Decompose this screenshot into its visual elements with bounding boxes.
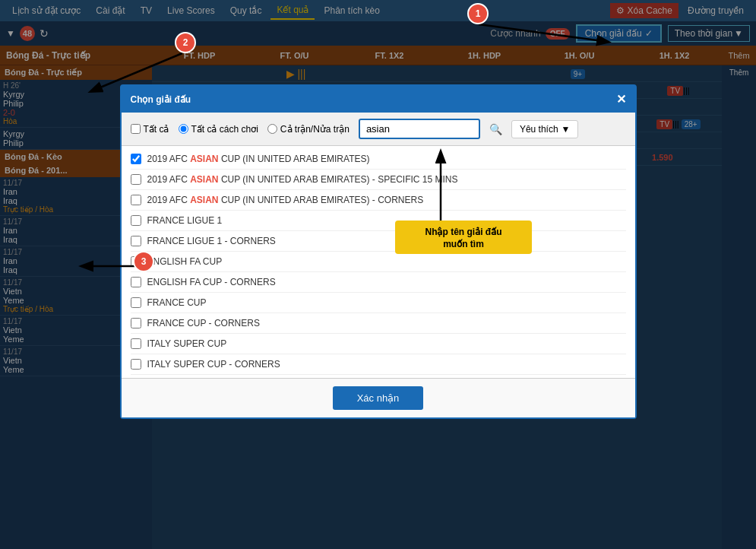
highlight: ASIAN — [190, 174, 218, 185]
item-checkbox[interactable] — [131, 174, 141, 185]
modal-dialog: Chọn giải đấu ✕ Tất cả Tất cả cách chơi … — [120, 84, 637, 419]
tat-ca-cach-choi-radio-label[interactable]: Tất cả cách chơi — [179, 124, 258, 135]
item-checkbox[interactable] — [131, 338, 141, 349]
item-text: ITALY SUPER CUP — [147, 338, 227, 349]
yeu-thich-label: Yêu thích — [520, 124, 558, 135]
modal-list: 2019 AFC ASIAN CUP (IN UNITED ARAB EMIRA… — [122, 146, 635, 378]
circle2-label: 2 — [183, 37, 188, 48]
highlight: ASIAN — [190, 154, 218, 164]
item-text: 2019 AFC ASIAN CUP (IN UNITED ARAB EMIRA… — [147, 154, 370, 164]
item-checkbox[interactable] — [131, 215, 141, 226]
modal-header: Chọn giải đấu ✕ — [122, 86, 635, 113]
tat-ca-cach-choi-label: Tất cả cách chơi — [191, 124, 258, 135]
item-text: 2019 AFC ASIAN CUP (IN UNITED ARAB EMIRA… — [147, 174, 458, 185]
list-item[interactable]: 2019 AFC ASIAN CUP (IN UNITED ARAB EMIRA… — [131, 190, 626, 211]
item-text: FRANCE CUP - CORNERS — [147, 318, 260, 328]
list-item[interactable]: ENGLISH FA CUP — [131, 252, 626, 272]
item-text: FRANCE CUP — [147, 297, 207, 308]
tat-ca-checkbox-label[interactable]: Tất cả — [131, 124, 169, 135]
modal-overlay: Chọn giải đấu ✕ Tất cả Tất cả cách chơi … — [0, 0, 756, 549]
tooltip-annotation: Nhập tên giải đấumuốn tìm — [395, 221, 532, 254]
item-text: FRANCE LIGUE 1 - CORNERS — [147, 236, 276, 246]
item-checkbox[interactable] — [131, 359, 141, 370]
list-item[interactable]: ENGLISH FA CUP - CORNERS — [131, 272, 626, 293]
modal-title: Chọn giải đấu — [131, 94, 191, 105]
annotation-circle-1: 1 — [467, 3, 489, 24]
item-checkbox[interactable] — [131, 236, 141, 246]
item-text: ITALY SUPER CUP - CORNERS — [147, 359, 280, 370]
tooltip-text: Nhập tên giải đấumuốn tìm — [425, 227, 502, 249]
modal-toolbar: Tất cả Tất cả cách chơi Cả trận/Nửa trận… — [122, 113, 635, 146]
annotation-circle-3: 3 — [133, 251, 154, 272]
yeu-thich-button[interactable]: Yêu thích ▼ — [511, 120, 579, 138]
list-item[interactable]: 2019 AFC ASIAN CUP (IN UNITED ARAB EMIRA… — [131, 149, 626, 170]
tat-ca-checkbox[interactable] — [131, 124, 141, 134]
tat-ca-cach-choi-radio[interactable] — [179, 124, 188, 134]
item-checkbox[interactable] — [131, 277, 141, 287]
search-icon: 🔍 — [489, 123, 502, 135]
item-text: ENGLISH FA CUP — [147, 256, 223, 267]
tat-ca-label: Tất cả — [144, 124, 169, 135]
item-text: 2019 AFC ASIAN CUP (IN UNITED ARAB EMIRA… — [147, 195, 424, 205]
item-checkbox[interactable] — [131, 195, 141, 205]
annotation-circle-2: 2 — [175, 32, 196, 53]
list-item[interactable]: FRANCE LIGUE 1 — [131, 211, 626, 231]
highlight: ASIAN — [190, 195, 218, 205]
item-checkbox[interactable] — [131, 154, 141, 164]
chevron-down-icon: ▼ — [561, 124, 571, 135]
list-item[interactable]: ITALY SUPER CUP - CORNERS — [131, 354, 626, 375]
list-item[interactable]: FRANCE CUP - CORNERS — [131, 313, 626, 334]
modal-footer: Xác nhận — [122, 378, 635, 417]
search-input[interactable] — [359, 119, 480, 139]
list-item[interactable]: 2019 AFC ASIAN CUP (IN UNITED ARAB EMIRA… — [131, 170, 626, 190]
ca-tran-label: Cả trận/Nửa trận — [280, 124, 350, 135]
item-checkbox[interactable] — [131, 297, 141, 308]
ca-tran-radio-label[interactable]: Cả trận/Nửa trận — [267, 124, 350, 135]
item-text: ENGLISH FA CUP - CORNERS — [147, 277, 276, 287]
item-text: FRANCE LIGUE 1 — [147, 215, 223, 226]
list-item[interactable]: ITALY SUPER CUP — [131, 334, 626, 354]
xac-nhan-button[interactable]: Xác nhận — [333, 386, 424, 410]
ca-tran-radio[interactable] — [267, 124, 277, 134]
circle1-label: 1 — [476, 8, 481, 19]
item-checkbox[interactable] — [131, 318, 141, 328]
modal-close-button[interactable]: ✕ — [616, 92, 626, 106]
list-item[interactable]: FRANCE LIGUE 1 - CORNERS — [131, 231, 626, 252]
circle3-label: 3 — [141, 256, 147, 267]
list-item[interactable]: FRANCE CUP — [131, 293, 626, 313]
